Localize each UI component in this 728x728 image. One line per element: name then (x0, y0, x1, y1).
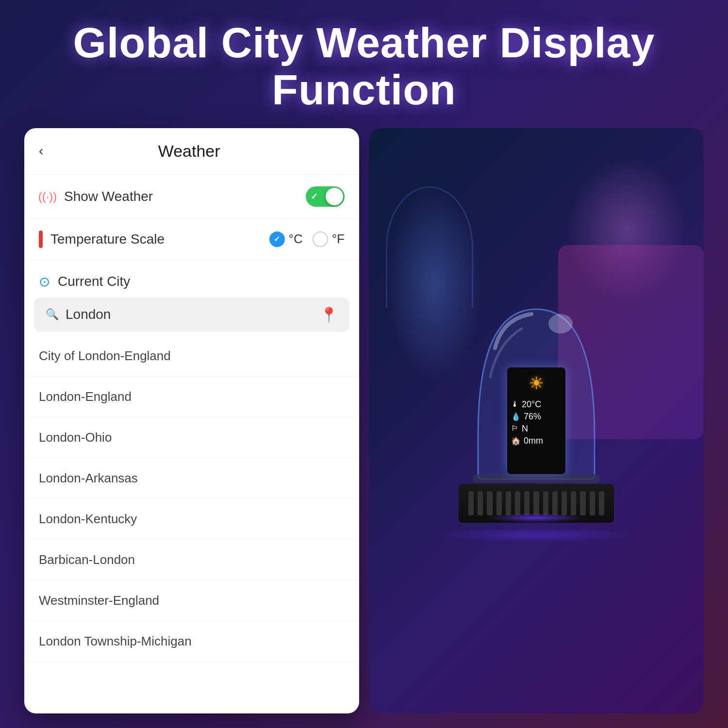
phone-screen-title: Weather (53, 142, 325, 161)
city-search-bar[interactable]: 🔍 London 📍 (34, 298, 349, 332)
vent-slot (543, 491, 548, 515)
vent-slot (515, 491, 520, 515)
vent-slot (487, 491, 492, 515)
phone-header: ‹ Weather (24, 128, 359, 175)
svg-point-0 (548, 314, 573, 333)
vent-slot (562, 491, 567, 515)
gps-pin-icon[interactable]: 📍 (320, 306, 338, 323)
show-weather-row: ((·)) Show Weather ✓ (24, 175, 359, 219)
temperature-scale-row: Temperature Scale °C °F (24, 219, 359, 260)
svg-rect-1 (473, 474, 599, 483)
vent-slot (478, 491, 483, 515)
vent-slot (468, 491, 474, 515)
city-result-item[interactable]: London-Kentucky (24, 499, 359, 540)
city-results-list: City of London-England London-England Lo… (24, 336, 359, 713)
show-weather-label: Show Weather (64, 189, 306, 204)
sun-icon: ☀ (529, 373, 544, 394)
city-result-item[interactable]: London-Arkansas (24, 458, 359, 499)
vent-slot (506, 491, 511, 515)
show-weather-toggle[interactable]: ✓ (306, 186, 345, 207)
temperature-stat: 🌡 20°C (511, 399, 562, 410)
vent-slot (571, 491, 576, 515)
fahrenheit-radio[interactable] (313, 232, 328, 247)
toggle-knob (326, 188, 343, 205)
vent-slot (524, 491, 529, 515)
device-inner-display: ☀ 🌡 20°C 💧 76% 🏳 N 🏠 0m (507, 367, 565, 474)
temperature-scale-label: Temperature Scale (50, 232, 269, 247)
base-glow (488, 513, 585, 523)
vent-slot (590, 491, 595, 515)
wifi-icon: ((·)) (38, 190, 57, 203)
humidity-stat-icon: 💧 (511, 412, 521, 421)
vent-slot (580, 491, 585, 515)
city-result-item[interactable]: London Township-Michigan (24, 621, 359, 662)
headline-line1: Global City Weather Display (73, 18, 655, 66)
wifi-icon-container: ((·)) (39, 190, 56, 203)
vent-slot (496, 491, 502, 515)
temperature-value: 20°C (522, 399, 541, 410)
fahrenheit-option[interactable]: °F (313, 232, 345, 247)
city-result-item[interactable]: London-Ohio (24, 417, 359, 458)
city-result-item[interactable]: Westminster-England (24, 580, 359, 621)
search-input-value[interactable]: London (66, 307, 320, 322)
vent-slot (533, 491, 539, 515)
celsius-radio[interactable] (269, 232, 285, 247)
wind-stat: 🏳 N (511, 424, 562, 434)
device-container: ☀ 🌡 20°C 💧 76% 🏳 N 🏠 0m (439, 299, 633, 542)
thermometer-icon (39, 231, 43, 248)
device-base (459, 484, 614, 523)
toggle-checkmark: ✓ (311, 191, 318, 202)
corner-curves-decoration (386, 186, 473, 308)
vent-slot (552, 491, 558, 515)
rain-stat: 🏠 0mm (511, 436, 562, 446)
content-area: ‹ Weather ((·)) Show Weather ✓ Temperatu… (24, 128, 704, 728)
celsius-option[interactable]: °C (269, 232, 303, 247)
humidity-value: 76% (524, 412, 541, 422)
city-result-item[interactable]: Barbican-London (24, 540, 359, 580)
device-panel: ☀ 🌡 20°C 💧 76% 🏳 N 🏠 0m (369, 128, 704, 713)
rain-value: 0mm (524, 436, 543, 446)
search-icon: 🔍 (46, 308, 59, 321)
headline-section: Global City Weather Display Function (0, 0, 728, 128)
location-icon: ⊙ (39, 274, 50, 290)
temp-stat-icon: 🌡 (511, 400, 519, 409)
celsius-label: °C (289, 232, 303, 247)
headline-line2: Function (272, 66, 456, 114)
city-result-item[interactable]: City of London-England (24, 336, 359, 377)
headline-title: Global City Weather Display Function (29, 19, 699, 114)
temperature-options: °C °F (269, 232, 345, 247)
vent-slot (599, 491, 604, 515)
floor-glow (439, 528, 633, 542)
city-result-item[interactable]: London-England (24, 377, 359, 417)
back-button[interactable]: ‹ (39, 143, 43, 159)
rain-stat-icon: 🏠 (511, 436, 521, 446)
glass-dome: ☀ 🌡 20°C 💧 76% 🏳 N 🏠 0m (468, 299, 604, 484)
current-city-label: Current City (58, 274, 130, 289)
wind-value: N (522, 424, 528, 434)
humidity-stat: 💧 76% (511, 412, 562, 422)
fahrenheit-label: °F (332, 232, 345, 247)
current-city-header: ⊙ Current City (24, 260, 359, 298)
wind-stat-icon: 🏳 (511, 424, 519, 433)
phone-panel: ‹ Weather ((·)) Show Weather ✓ Temperatu… (24, 128, 359, 713)
